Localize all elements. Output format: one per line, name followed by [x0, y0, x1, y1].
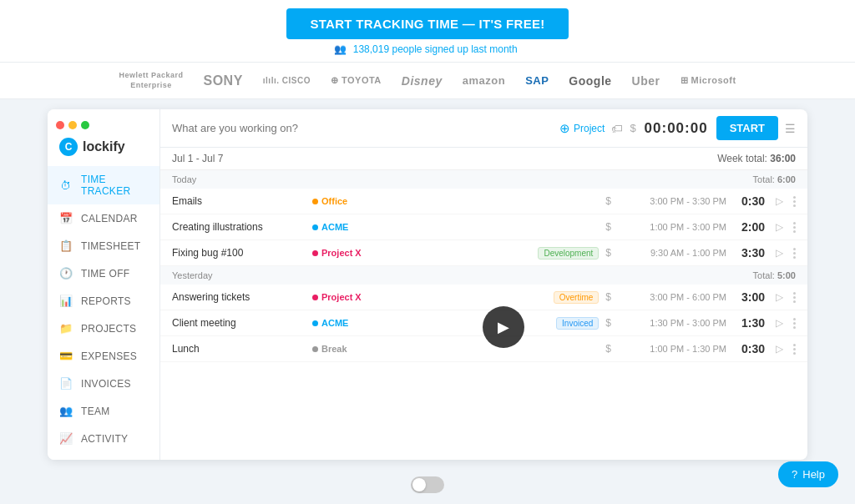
play-button[interactable]: ▷ — [772, 195, 787, 207]
main-content: ⊕ Project 🏷 $ 00:00:00 START ☰ Jul 1 - J… — [160, 109, 807, 460]
entry-time-range: 3:00 PM - 6:00 PM — [618, 292, 726, 302]
sidebar-item-team[interactable]: 👥 TEAM — [48, 397, 159, 425]
project-dot — [312, 199, 318, 204]
project-dot — [312, 346, 318, 352]
entry-tag: Invoiced — [556, 317, 599, 330]
sidebar-label-reports: REPORTS — [81, 295, 131, 307]
billable-dollar: $ — [605, 343, 611, 355]
brand-microsoft: ⊞ Microsoft — [680, 75, 736, 86]
entry-duration: 2:00 — [733, 220, 765, 234]
table-row: Fixing bug #100 Project X Development $ … — [160, 240, 807, 266]
minimize-dot — [68, 121, 77, 129]
app-container: C lockify ⏱ TIME TRACKER 📅 CALENDAR 📋 TI… — [48, 109, 807, 460]
entries-container: Today Total: 6:00 Emails Office — [160, 170, 807, 460]
more-options-button[interactable] — [793, 222, 796, 233]
add-project-button[interactable]: ⊕ Project — [559, 121, 605, 136]
timer-display: 00:00:00 — [643, 120, 710, 137]
time-tracker-icon: ⏱ — [59, 179, 73, 192]
entry-time-range: 3:00 PM - 3:30 PM — [618, 196, 726, 206]
play-button[interactable]: ▷ — [772, 291, 787, 303]
cta-button[interactable]: START TRACKING TIME — IT'S FREE! — [286, 8, 568, 39]
sidebar-label-activity: ACTIVITY — [81, 433, 128, 445]
project-name: ACME — [321, 318, 348, 328]
plus-circle-icon: ⊕ — [559, 121, 570, 136]
sidebar-item-projects[interactable]: 📁 PROJECTS — [48, 315, 159, 342]
entry-description: Client meeting — [172, 317, 306, 329]
entry-duration: 1:30 — [733, 316, 765, 330]
sidebar-label-timesheet: TIMESHEET — [81, 240, 140, 252]
project-dot — [312, 320, 318, 326]
sidebar-item-reports[interactable]: 📊 REPORTS — [48, 287, 159, 315]
people-icon: 👥 — [334, 43, 347, 55]
yesterday-label: Yesterday — [172, 270, 213, 280]
billable-icon[interactable]: $ — [630, 122, 635, 134]
entry-project: Break — [312, 344, 453, 354]
entry-duration: 0:30 — [733, 194, 765, 208]
billable-dollar: $ — [605, 247, 611, 259]
entry-tag: Overtime — [554, 291, 600, 304]
project-name: Office — [321, 196, 347, 206]
projects-icon: 📁 — [59, 322, 73, 335]
sidebar-label-invoices: INVOICES — [81, 378, 131, 390]
more-options-button[interactable] — [793, 196, 796, 207]
more-options-button[interactable] — [793, 248, 796, 259]
brand-sony: SONY — [203, 73, 242, 88]
week-total-label: Week total: — [717, 153, 767, 164]
sidebar-item-time-off[interactable]: 🕐 TIME OFF — [48, 260, 159, 287]
entry-duration: 3:00 — [733, 290, 765, 304]
sidebar-item-expenses[interactable]: 💳 EXPENSES — [48, 342, 159, 370]
billable-dollar: $ — [605, 317, 611, 329]
play-button[interactable]: ▷ — [772, 247, 787, 259]
yesterday-header: Yesterday Total: 5:00 — [160, 266, 807, 285]
play-button[interactable]: ▷ — [772, 317, 787, 329]
entry-tag: Development — [538, 247, 599, 260]
sidebar-label-time-tracker: TIME TRACKER — [81, 174, 148, 197]
tag-icon[interactable]: 🏷 — [611, 122, 623, 135]
today-section: Today Total: 6:00 Emails Office — [160, 170, 807, 266]
entry-time-range: 1:30 PM - 3:00 PM — [618, 318, 726, 328]
brand-uber: Uber — [632, 74, 660, 88]
more-options-button[interactable] — [793, 318, 796, 329]
start-button[interactable]: START — [716, 116, 778, 140]
yesterday-total: Total: 5:00 — [753, 270, 796, 280]
more-options-button[interactable] — [793, 292, 796, 303]
more-options-button[interactable] — [793, 344, 796, 355]
sidebar-label-expenses: EXPENSES — [81, 350, 137, 362]
table-row: Lunch Break $ 1:00 PM - 1:30 PM 0:30 ▷ — [160, 336, 807, 362]
brand-cisco: ılılı. CISCO — [263, 76, 311, 85]
team-icon: 👥 — [59, 405, 73, 417]
sidebar-item-invoices[interactable]: 📄 INVOICES — [48, 370, 159, 397]
window-dots — [48, 116, 159, 129]
sidebar-item-time-tracker[interactable]: ⏱ TIME TRACKER — [48, 166, 159, 204]
help-button[interactable]: ? Help — [778, 461, 838, 487]
sidebar-item-calendar[interactable]: 📅 CALENDAR — [48, 204, 159, 232]
timer-bar: ⊕ Project 🏷 $ 00:00:00 START ☰ — [160, 109, 807, 148]
today-total: Total: 6:00 — [753, 174, 796, 184]
bottom-bar — [0, 470, 855, 500]
invoices-icon: 📄 — [59, 377, 73, 390]
logo-icon: C — [59, 138, 78, 156]
table-row: Emails Office $ 3:00 PM - 3:30 PM 0:30 ▷ — [160, 189, 807, 214]
table-row: Creating illustrations ACME $ 1:00 PM - … — [160, 214, 807, 240]
sidebar-item-timesheet[interactable]: 📋 TIMESHEET — [48, 232, 159, 260]
timesheet-icon: 📋 — [59, 239, 73, 252]
entry-time-range: 1:00 PM - 3:00 PM — [618, 222, 726, 232]
view-toggle[interactable] — [411, 476, 444, 493]
entry-description: Fixing bug #100 — [172, 247, 306, 259]
sidebar-item-schedule[interactable]: 📆 SCHEDULE — [48, 452, 159, 460]
play-button[interactable]: ▷ — [772, 221, 787, 233]
entry-description: Answering tickets — [172, 291, 306, 303]
entry-time-range: 1:00 PM - 1:30 PM — [618, 344, 726, 354]
brand-amazon: amazon — [463, 74, 505, 87]
entry-duration: 0:30 — [733, 342, 765, 355]
list-view-icon[interactable]: ☰ — [785, 122, 796, 135]
brand-google: Google — [569, 74, 611, 88]
task-description-input[interactable] — [172, 122, 553, 134]
sidebar-item-activity[interactable]: 📈 ACTIVITY — [48, 425, 159, 452]
week-total-value: 36:00 — [770, 153, 796, 164]
brand-disney: Disney — [402, 74, 443, 88]
entry-project: ACME — [312, 222, 453, 232]
play-button[interactable]: ▷ — [772, 343, 787, 355]
table-row: Answering tickets Project X Overtime $ 3… — [160, 285, 807, 310]
today-label: Today — [172, 174, 196, 184]
